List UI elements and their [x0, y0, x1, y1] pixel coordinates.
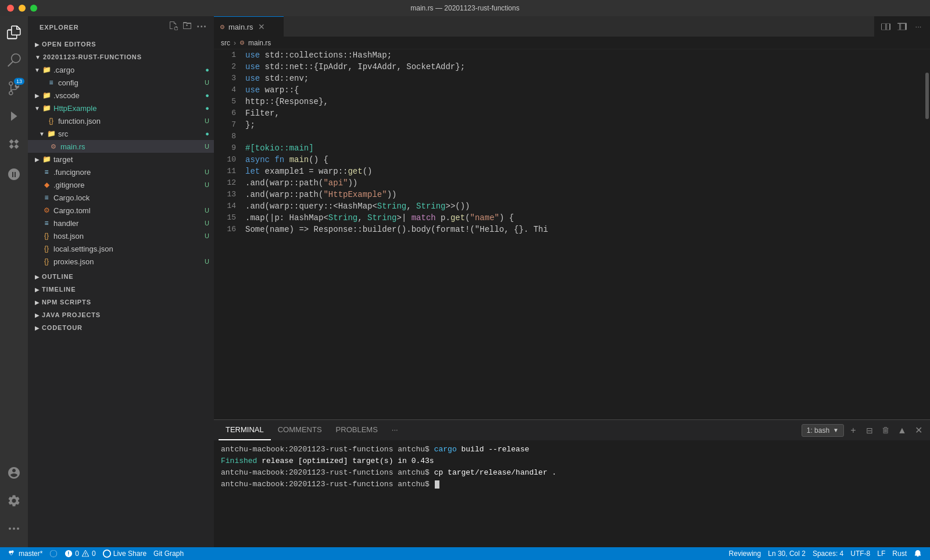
- sidebar-section-timeline[interactable]: ▶ TIMELINE: [28, 283, 214, 296]
- window-title: main.rs — 20201123-rust-functions: [410, 4, 519, 12]
- status-errors[interactable]: 0 0: [61, 547, 99, 560]
- status-line-col[interactable]: Ln 30, Col 2: [764, 547, 809, 560]
- code-editor[interactable]: 1 2 3 4 5 6 7 8 9 10 11 12 13 14 15 16: [214, 49, 930, 419]
- new-terminal-icon[interactable]: +: [846, 423, 860, 437]
- split-terminal-icon[interactable]: ⊟: [863, 423, 877, 437]
- shell-selector[interactable]: 1: bash ▼: [802, 424, 844, 437]
- text-icon: ≡: [42, 218, 51, 228]
- toml-icon: ⚙: [42, 206, 51, 215]
- tree-item-function-json[interactable]: {} function.json U: [28, 114, 214, 127]
- trash-icon[interactable]: [879, 423, 893, 437]
- tab-close-button[interactable]: ✕: [257, 22, 266, 31]
- tab-more[interactable]: ···: [385, 420, 405, 440]
- window-controls[interactable]: [7, 5, 37, 12]
- tab-terminal[interactable]: TERMINAL: [219, 420, 271, 440]
- code-line-13: .and(warp::path("HttpExample")): [245, 189, 924, 200]
- tree-item-target[interactable]: ▶ 📁 target: [28, 153, 214, 166]
- activity-icon-extensions[interactable]: [0, 130, 28, 158]
- code-line-3: use std::env;: [245, 73, 924, 84]
- more-actions-icon[interactable]: ···: [911, 20, 925, 34]
- tree-item-httpexample[interactable]: ▼ 📁 HttpExample ●: [28, 102, 214, 114]
- sidebar-section-codetour[interactable]: ▶ CODETOUR: [28, 321, 214, 334]
- activity-icon-settings[interactable]: [0, 487, 28, 515]
- tree-item-src[interactable]: ▼ 📁 src ●: [28, 127, 214, 140]
- tree-item-cargo-toml[interactable]: ⚙ Cargo.toml U: [28, 204, 214, 217]
- tree-item-main-rs[interactable]: ⚙ main.rs U: [28, 140, 214, 153]
- sidebar-section-open-editors[interactable]: ▶ OPEN EDITORS: [28, 38, 214, 51]
- tab-main-rs[interactable]: ⚙ main.rs ✕: [214, 16, 284, 37]
- terminal-line-2: Finished release [optimized] target(s) i…: [221, 455, 923, 467]
- minimize-button[interactable]: [19, 5, 26, 12]
- main-container: 13 Explorer ​: [0, 16, 930, 547]
- scrollbar-thumb[interactable]: [925, 73, 929, 119]
- sidebar-section-outline[interactable]: ▶ OUTLINE: [28, 270, 214, 283]
- chevron-spacer: [33, 180, 42, 189]
- json-icon: {}: [46, 116, 56, 125]
- sidebar-section-java[interactable]: ▶ JAVA PROJECTS: [28, 308, 214, 321]
- activity-icon-search[interactable]: [0, 46, 28, 74]
- code-line-14: .and(warp::query::<HashMap<String, Strin…: [245, 200, 924, 212]
- status-sync[interactable]: [46, 547, 61, 560]
- chevron-down-icon: ▼: [37, 129, 46, 138]
- status-branch[interactable]: master*: [5, 547, 46, 560]
- new-folder-icon[interactable]: [183, 21, 192, 33]
- terminal-cursor: [435, 480, 439, 489]
- activity-icon-source-control[interactable]: 13: [0, 74, 28, 102]
- activity-icon-run[interactable]: [0, 102, 28, 130]
- tab-comments[interactable]: COMMENTS: [271, 420, 329, 440]
- chevron-right-icon: ▶: [35, 286, 40, 293]
- terminal-line-3: antchu-macbook:20201123-rust-functions a…: [221, 467, 923, 479]
- close-panel-icon[interactable]: ✕: [911, 423, 925, 437]
- json-icon: {}: [42, 244, 51, 253]
- chevron-down-icon: ▼: [33, 65, 42, 74]
- tree-item-funcignore[interactable]: ≡ .funcignore U: [28, 166, 214, 178]
- status-bell[interactable]: [910, 547, 925, 560]
- activity-icon-account[interactable]: [0, 459, 28, 487]
- code-line-6: Filter,: [245, 107, 924, 119]
- tree-item-host-json[interactable]: {} host.json U: [28, 229, 214, 242]
- status-liveshare[interactable]: Live Share: [99, 547, 150, 560]
- split-editor-icon[interactable]: [879, 20, 893, 34]
- status-gitgraph[interactable]: Git Graph: [150, 547, 187, 560]
- tab-bar: ⚙ main.rs ✕ ···: [214, 16, 930, 37]
- split-right-icon[interactable]: [895, 20, 909, 34]
- new-file-icon[interactable]: ​: [169, 21, 178, 33]
- sidebar-section-project[interactable]: ▼ 20201123-RUST-FUNCTIONS: [28, 51, 214, 63]
- folder-icon: 📁: [46, 129, 56, 138]
- status-language[interactable]: Rust: [889, 547, 910, 560]
- close-button[interactable]: [7, 5, 14, 12]
- scrollbar[interactable]: [924, 49, 930, 419]
- activity-icon-more[interactable]: [0, 515, 28, 543]
- tree-item-local-settings[interactable]: {} local.settings.json: [28, 242, 214, 255]
- tree-item-cargo[interactable]: ▼ 📁 .cargo ●: [28, 63, 214, 76]
- editor-area: ⚙ main.rs ✕ ··· src › ⚙ main.rs: [214, 16, 930, 547]
- sidebar-section-npm[interactable]: ▶ NPM SCRIPTS: [28, 296, 214, 308]
- status-reviewing[interactable]: Reviewing: [725, 547, 764, 560]
- ellipsis-icon[interactable]: ···: [196, 21, 207, 33]
- status-eol[interactable]: LF: [874, 547, 889, 560]
- tree-item-vscode[interactable]: ▶ 📁 .vscode ●: [28, 89, 214, 102]
- terminal-line-4: antchu-macbook:20201123-rust-functions a…: [221, 479, 923, 490]
- chevron-right-icon: ▶: [33, 91, 42, 100]
- activity-icon-explorer[interactable]: [0, 19, 28, 46]
- tab-bar-actions: ···: [874, 16, 930, 37]
- rust-icon: ⚙: [49, 142, 58, 151]
- activity-bottom: [0, 459, 28, 547]
- code-line-8: [245, 131, 924, 142]
- status-encoding[interactable]: UTF-8: [847, 547, 874, 560]
- chevron-down-icon: ▼: [833, 427, 839, 433]
- maximize-button[interactable]: [30, 5, 37, 12]
- breadcrumb-file[interactable]: main.rs: [248, 39, 271, 47]
- code-line-2: use std::net::{IpAddr, Ipv4Addr, SocketA…: [245, 61, 924, 73]
- tree-item-gitignore[interactable]: ◆ .gitignore U: [28, 178, 214, 191]
- tree-item-handler[interactable]: ≡ handler U: [28, 217, 214, 229]
- activity-icon-arclabs[interactable]: [0, 160, 28, 188]
- breadcrumb-src[interactable]: src: [221, 39, 230, 47]
- chevron-up-icon[interactable]: ▲: [895, 423, 909, 437]
- tree-item-proxies-json[interactable]: {} proxies.json U: [28, 255, 214, 268]
- tab-problems[interactable]: PROBLEMS: [329, 420, 385, 440]
- status-spaces[interactable]: Spaces: 4: [809, 547, 847, 560]
- tree-item-config[interactable]: ≡ config U: [28, 76, 214, 89]
- code-content: 1 2 3 4 5 6 7 8 9 10 11 12 13 14 15 16: [214, 49, 930, 419]
- tree-item-cargo-lock[interactable]: ≡ Cargo.lock: [28, 191, 214, 204]
